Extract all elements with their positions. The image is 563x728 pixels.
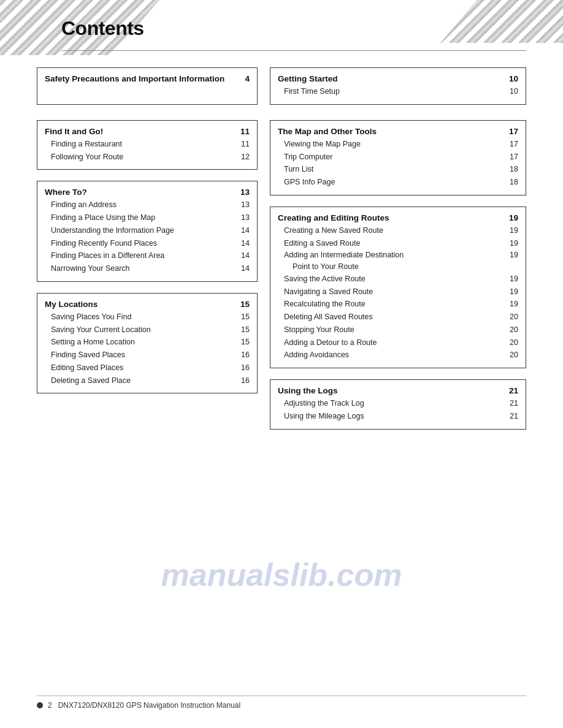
using-logs-entry-0-page: 21 — [510, 398, 518, 409]
using-logs-entry-0: Adjusting the Track Log 21 — [278, 397, 518, 410]
find-it-entry-1-page: 12 — [241, 151, 250, 163]
watermark: manualslib.com — [161, 556, 402, 593]
my-locations-entry-3-title: Finding Saved Places — [51, 349, 125, 361]
creating-routes-entry-6: Deleting All Saved Routes 20 — [278, 311, 518, 324]
creating-routes-entry-5-page: 19 — [510, 298, 518, 310]
creating-routes-entry-0-title: Creating a New Saved Route — [284, 225, 383, 237]
creating-routes-entry-9-page: 20 — [510, 349, 518, 361]
using-logs-entry-1-page: 21 — [510, 411, 518, 422]
find-it-title-row: Find It and Go! 11 — [45, 127, 250, 138]
creating-routes-entry-0: Creating a New Saved Route 19 — [278, 224, 518, 237]
creating-routes-section-title: Creating and Editing Routes — [278, 213, 503, 222]
where-to-entry-3: Finding Recently Found Places 14 — [45, 237, 250, 250]
map-tools-entry-2-title: Turn List — [284, 164, 313, 175]
creating-routes-entry-3-page: 19 — [510, 273, 518, 285]
map-tools-section-title: The Map and Other Tools — [278, 127, 503, 136]
where-to-entry-0: Finding an Address 13 — [45, 199, 250, 211]
creating-routes-entry-1-title: Editing a Saved Route — [284, 238, 360, 249]
my-locations-entry-3: Finding Saved Places 16 — [45, 349, 250, 362]
using-logs-box: Using the Logs 21 Adjusting the Track Lo… — [270, 379, 526, 430]
my-locations-entry-2-title: Setting a Home Location — [51, 336, 135, 348]
footer-bullet-icon — [37, 702, 43, 708]
creating-routes-entry-3-title: Saving the Active Route — [284, 273, 366, 285]
where-to-entry-5: Narrowing Your Search 14 — [45, 262, 250, 275]
find-it-section-page: 11 — [240, 127, 250, 136]
map-tools-entry-0-title: Viewing the Map Page — [284, 138, 361, 150]
getting-started-box: Getting Started 10 First Time Setup 10 — [270, 67, 526, 105]
map-tools-entry-3: GPS Info Page 18 — [278, 176, 518, 189]
footer-manual-title: DNX7120/DNX8120 GPS Navigation Instructi… — [58, 701, 241, 710]
map-tools-entry-0-page: 17 — [510, 138, 518, 150]
find-it-entry-0-page: 11 — [241, 138, 250, 150]
getting-started-entry-0-title: First Time Setup — [284, 86, 340, 97]
creating-routes-entry-7-title: Stopping Your Route — [284, 324, 354, 336]
my-locations-title-row: My Locations 15 — [45, 300, 250, 311]
map-tools-entry-1-title: Trip Computer — [284, 151, 332, 163]
using-logs-entry-1: Using the Mileage Logs 21 — [278, 410, 518, 423]
using-logs-section-title: Using the Logs — [278, 386, 503, 395]
where-to-entry-1: Finding a Place Using the Map 13 — [45, 211, 250, 224]
my-locations-entry-5-page: 16 — [241, 375, 250, 387]
getting-started-entry-0-page: 10 — [510, 86, 518, 97]
page-title: Contents — [61, 17, 144, 40]
my-locations-box: My Locations 15 Saving Places You Find 1… — [37, 293, 258, 394]
creating-routes-entry-7: Stopping Your Route 20 — [278, 324, 518, 336]
my-locations-entry-4: Editing Saved Places 16 — [45, 362, 250, 374]
safety-title-row: Safety Precautions and Important Informa… — [45, 74, 250, 85]
creating-routes-entry-1: Editing a Saved Route 19 — [278, 237, 518, 250]
where-to-entry-2-page: 14 — [241, 225, 250, 237]
creating-routes-entry-2-page: 19 — [510, 249, 518, 261]
where-to-entry-2-title: Understanding the Information Page — [51, 225, 174, 237]
where-to-entry-4-title: Finding Places in a Different Area — [51, 250, 164, 262]
page: Contents Safety Precautions and Importan… — [0, 0, 563, 728]
my-locations-entry-4-page: 16 — [241, 362, 250, 374]
where-to-entry-3-title: Finding Recently Found Places — [51, 238, 157, 249]
where-to-entry-4: Finding Places in a Different Area 14 — [45, 249, 250, 262]
where-to-entry-1-title: Finding a Place Using the Map — [51, 212, 155, 224]
map-tools-section-page: 17 — [509, 127, 518, 136]
creating-routes-entry-2-title: Adding an Intermediate Destination Point… — [284, 249, 510, 273]
find-it-box: Find It and Go! 11 Finding a Restaurant … — [37, 120, 258, 170]
map-tools-entry-3-title: GPS Info Page — [284, 176, 335, 188]
page-footer: 2 DNX7120/DNX8120 GPS Navigation Instruc… — [37, 696, 526, 710]
top-row: Safety Precautions and Important Informa… — [37, 67, 526, 105]
where-to-entry-0-page: 13 — [241, 199, 250, 211]
my-locations-entry-3-page: 16 — [241, 349, 250, 361]
mid-section: Find It and Go! 11 Finding a Restaurant … — [37, 120, 526, 430]
find-it-entry-1: Following Your Route 12 — [45, 151, 250, 164]
my-locations-entry-0-page: 15 — [241, 311, 250, 323]
getting-started-title-row: Getting Started 10 — [278, 74, 518, 85]
safety-section-page: 4 — [245, 74, 250, 83]
creating-routes-entry-5: Recalculating the Route 19 — [278, 298, 518, 311]
my-locations-entry-0-title: Saving Places You Find — [51, 311, 131, 323]
find-it-section-title: Find It and Go! — [45, 127, 234, 136]
my-locations-entry-4-title: Editing Saved Places — [51, 362, 123, 374]
where-to-section-title: Where To? — [45, 188, 234, 197]
creating-routes-entry-4-title: Navigating a Saved Route — [284, 286, 373, 298]
main-content: Safety Precautions and Important Informa… — [37, 58, 526, 430]
my-locations-entry-1-title: Saving Your Current Location — [51, 324, 151, 336]
getting-started-section-page: 10 — [509, 74, 518, 83]
getting-started-entry-0: First Time Setup 10 — [278, 85, 518, 98]
map-tools-entry-2-page: 18 — [510, 164, 518, 175]
using-logs-entry-1-title: Using the Mileage Logs — [284, 411, 364, 422]
my-locations-entry-0: Saving Places You Find 15 — [45, 311, 250, 324]
where-to-entry-3-page: 14 — [241, 238, 250, 249]
map-tools-box: The Map and Other Tools 17 Viewing the M… — [270, 120, 526, 195]
where-to-entry-1-page: 13 — [241, 212, 250, 224]
find-it-entry-1-title: Following Your Route — [51, 151, 123, 163]
using-logs-section-page: 21 — [509, 386, 518, 395]
creating-routes-section-page: 19 — [509, 213, 518, 222]
where-to-entry-2: Understanding the Information Page 14 — [45, 224, 250, 237]
creating-routes-entry-5-title: Recalculating the Route — [284, 298, 366, 310]
getting-started-section-title: Getting Started — [278, 74, 503, 83]
map-tools-entry-1-page: 17 — [510, 151, 518, 163]
my-locations-section-title: My Locations — [45, 300, 234, 309]
my-locations-section-page: 15 — [240, 300, 250, 309]
creating-routes-title-row: Creating and Editing Routes 19 — [278, 213, 518, 224]
creating-routes-entry-6-page: 20 — [510, 311, 518, 323]
where-to-title-row: Where To? 13 — [45, 188, 250, 199]
creating-routes-box: Creating and Editing Routes 19 Creating … — [270, 207, 526, 368]
tire-track-decoration-right — [440, 0, 563, 43]
where-to-entry-5-page: 14 — [241, 263, 250, 275]
